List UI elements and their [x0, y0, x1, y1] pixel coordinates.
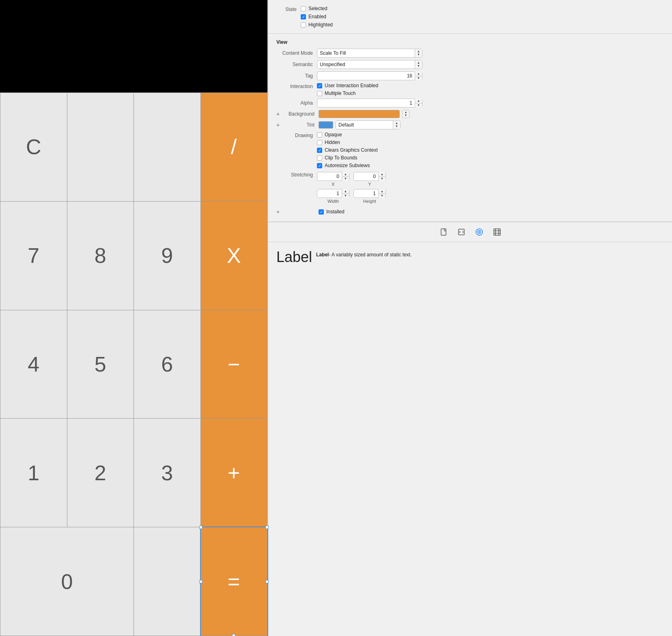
tag-row: Tag 16 ▲ ▼ — [268, 70, 672, 82]
calc-btn-1[interactable]: 1 — [0, 419, 67, 527]
calc-btn-equals[interactable]: = — [201, 527, 268, 636]
stretch-w-up[interactable]: ▲ — [342, 189, 349, 194]
calc-btn-7[interactable]: 7 — [0, 202, 67, 310]
stretch-w-down[interactable]: ▼ — [342, 194, 349, 198]
tag-stepper-down[interactable]: ▼ — [415, 76, 422, 81]
user-interaction-label: User Interaction Enabled — [325, 83, 378, 88]
stretch-w-value: 1 — [317, 191, 342, 196]
stretch-x-up[interactable]: ▲ — [342, 172, 349, 177]
handle-tl — [199, 526, 202, 529]
semantic-row: Semantic Unspecified ▲ ▼ — [268, 59, 672, 70]
calc-btn-empty3[interactable] — [134, 527, 201, 636]
selected-row: Selected — [301, 6, 333, 11]
stretch-y-value: 0 — [354, 174, 378, 179]
installed-checkbox[interactable] — [319, 209, 324, 215]
stretch-w-label: Width — [327, 199, 339, 204]
opaque-checkbox[interactable] — [317, 132, 322, 138]
bg-arrow-down: ▼ — [404, 114, 407, 117]
alpha-stepper-up[interactable]: ▲ — [415, 99, 422, 103]
calc-btn-2[interactable]: 2 — [67, 419, 134, 527]
calc-btn-multiply[interactable]: X — [201, 202, 268, 310]
stretch-x-input[interactable]: 0 ▲ ▼ — [317, 172, 349, 181]
calc-btn-0[interactable]: 0 — [0, 527, 134, 636]
installed-plus[interactable]: + — [276, 208, 282, 215]
stretch-h-down[interactable]: ▼ — [379, 194, 386, 198]
semantic-arrow-down: ▼ — [417, 64, 420, 68]
clears-row: Clears Graphics Context — [317, 147, 378, 153]
tint-plus[interactable]: + — [276, 122, 282, 128]
alpha-input[interactable]: 1 ▲ ▼ — [317, 99, 422, 107]
calc-btn-6[interactable]: 6 — [134, 310, 201, 419]
enabled-checkbox[interactable] — [301, 14, 306, 19]
alpha-label: Alpha — [276, 100, 317, 106]
tag-stepper-up[interactable]: ▲ — [415, 71, 422, 76]
calc-btn-9[interactable]: 9 — [134, 202, 201, 310]
highlighted-checkbox[interactable] — [301, 22, 306, 28]
stretch-w-stepper[interactable]: ▲ ▼ — [342, 189, 349, 198]
label-big: Label — [276, 249, 312, 266]
selected-checkbox[interactable] — [301, 6, 306, 11]
tint-arrows[interactable]: ▲ ▼ — [393, 121, 400, 129]
user-interaction-checkbox[interactable] — [317, 83, 322, 88]
stretch-y-stepper[interactable]: ▲ ▼ — [378, 172, 386, 181]
tag-value: 16 — [317, 73, 415, 79]
multiple-touch-row: Multiple Touch — [317, 90, 378, 96]
stretch-x-down[interactable]: ▼ — [342, 177, 349, 181]
stretching-label: Stretching — [276, 172, 317, 178]
selected-label: Selected — [308, 6, 327, 11]
clears-checkbox[interactable] — [317, 148, 322, 153]
stretch-h-up[interactable]: ▲ — [379, 189, 386, 194]
stretch-x-stepper[interactable]: ▲ ▼ — [342, 172, 349, 181]
content-mode-select[interactable]: Scale To Fill ▲ ▼ — [317, 49, 422, 58]
highlighted-label: Highlighted — [308, 22, 333, 28]
background-color-swatch[interactable] — [319, 110, 400, 118]
file-icon[interactable] — [438, 226, 449, 238]
calc-btn-5[interactable]: 5 — [67, 310, 134, 419]
calc-btn-empty2[interactable] — [134, 93, 201, 202]
interaction-checks: User Interaction Enabled Multiple Touch — [317, 83, 378, 96]
calc-btn-8[interactable]: 8 — [67, 202, 134, 310]
calc-btn-minus[interactable]: − — [201, 310, 268, 419]
stretch-y-up[interactable]: ▲ — [379, 172, 386, 177]
hidden-checkbox[interactable] — [317, 140, 322, 145]
content-mode-label: Content Mode — [276, 50, 317, 56]
stretch-w-input[interactable]: 1 ▲ ▼ — [317, 189, 349, 198]
multiple-touch-checkbox[interactable] — [317, 91, 322, 96]
state-label: State — [276, 6, 301, 12]
calc-btn-empty1[interactable] — [67, 93, 134, 202]
clip-checkbox[interactable] — [317, 155, 322, 161]
stretch-y-down[interactable]: ▼ — [379, 177, 386, 181]
calc-btn-4[interactable]: 4 — [0, 310, 67, 419]
stretch-y-input[interactable]: 0 ▲ ▼ — [353, 172, 386, 181]
background-arrows[interactable]: ▲ ▼ — [402, 110, 409, 118]
interaction-label: Interaction — [276, 83, 317, 89]
calc-grid: C / 7 8 9 X 4 5 6 − 1 2 3 + 0 = — [0, 92, 267, 636]
calc-btn-plus[interactable]: + — [201, 419, 268, 527]
svg-line-5 — [463, 232, 463, 233]
tag-stepper[interactable]: ▲ ▼ — [415, 71, 422, 80]
calc-btn-3[interactable]: 3 — [134, 419, 201, 527]
stretch-h-stepper[interactable]: ▲ ▼ — [378, 189, 386, 198]
autoresize-checkbox[interactable] — [317, 163, 322, 168]
user-interaction-row: User Interaction Enabled — [317, 83, 378, 88]
calc-btn-c[interactable]: C — [0, 93, 67, 202]
calc-btn-divide[interactable]: / — [201, 93, 268, 202]
svg-point-8 — [479, 232, 480, 232]
content-mode-arrows[interactable]: ▲ ▼ — [415, 49, 422, 57]
size-inspector-icon[interactable] — [491, 226, 503, 238]
handle-ml — [199, 580, 202, 583]
alpha-stepper[interactable]: ▲ ▼ — [415, 99, 422, 107]
alpha-stepper-down[interactable]: ▼ — [415, 103, 422, 108]
background-plus[interactable]: + — [276, 111, 282, 117]
stretch-h-input[interactable]: 1 ▲ ▼ — [353, 189, 386, 198]
tint-color-swatch[interactable] — [319, 121, 333, 129]
code-icon[interactable] — [456, 226, 467, 238]
tint-select[interactable]: Default ▲ ▼ — [336, 120, 401, 129]
attributes-icon[interactable] — [474, 226, 485, 238]
tag-input[interactable]: 16 ▲ ▼ — [317, 71, 422, 80]
semantic-select[interactable]: Unspecified ▲ ▼ — [317, 60, 422, 69]
state-section: State Selected Enabled Highlighted — [268, 0, 672, 34]
clip-row: Clip To Bounds — [317, 155, 378, 161]
interaction-row: Interaction User Interaction Enabled Mul… — [268, 82, 672, 97]
semantic-arrows[interactable]: ▲ ▼ — [415, 60, 422, 69]
